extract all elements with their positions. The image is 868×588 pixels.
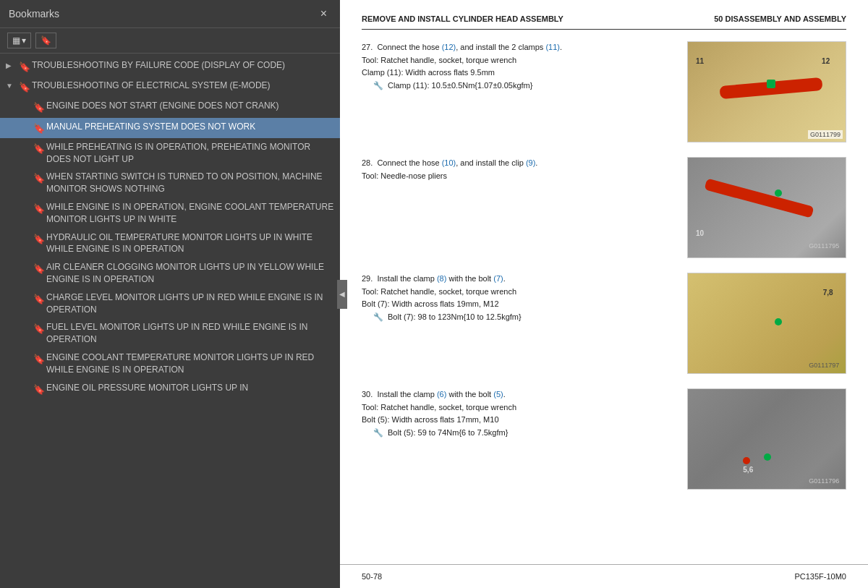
document-header-right: 50 DISASSEMBLY AND ASSEMBLY: [714, 14, 846, 23]
bookmark-item-troubleshooting-failure-code[interactable]: ▶ 🔖 TROUBLESHOOTING BY FAILURE CODE (DIS…: [0, 56, 340, 77]
torque-icon-2: 🔧: [373, 311, 383, 324]
doc-step-27-image: 11 12 G0111799: [687, 41, 846, 142]
step-27-line4: 🔧 Clamp (11): 10.5±0.5Nm{1.07±0.05kgfm}: [373, 80, 676, 93]
bookmark-label: ENGINE OIL PRESSURE MONITOR LIGHTS UP IN: [46, 382, 334, 394]
step-29-diagram: 7,8 G0111797: [688, 273, 846, 373]
grid-icon: ▦: [12, 35, 20, 46]
doc-step-28: 28. Connect the hose (10), and install t…: [362, 157, 846, 258]
panel-collapse-handle[interactable]: ◀: [337, 280, 347, 309]
page-number: 50-78: [362, 572, 382, 581]
bookmark-item-hydraulic-oil-temp[interactable]: 🔖 HYDRAULIC OIL TEMPERATURE MONITOR LIGH…: [0, 229, 340, 259]
bookmark-icon: 🔖: [33, 142, 43, 155]
step-28-line1: 28. Connect the hose (10), and install t…: [362, 157, 676, 170]
document-code: PC135F-10M0: [794, 572, 846, 581]
document-footer: 50-78 PC135F-10M0: [340, 564, 868, 588]
doc-step-30-text: 30. Install the clamp (6) with the bolt …: [362, 388, 676, 439]
doc-step-28-image: G0111795 10: [687, 157, 846, 258]
bookmark-label: MANUAL PREHEATING SYSTEM DOES NOT WORK: [46, 121, 334, 133]
bookmarks-header: Bookmarks ×: [0, 0, 340, 28]
expand-right-icon: ▶: [6, 61, 16, 71]
doc-step-29: 29. Install the clamp (8) with the bolt …: [362, 273, 846, 374]
bookmark-item-starting-switch[interactable]: 🔖 WHEN STARTING SWITCH IS TURNED TO ON P…: [0, 168, 340, 198]
bookmark-label: CHARGE LEVEL MONITOR LIGHTS UP IN RED WH…: [46, 291, 334, 316]
bookmark-label: TROUBLESHOOTING BY FAILURE CODE (DISPLAY…: [32, 59, 334, 72]
view-options-button[interactable]: ▦ ▾: [7, 33, 31, 48]
bookmark-icon: 🔖: [19, 61, 29, 74]
doc-step-27: 27. Connect the hose (12), and install t…: [362, 41, 846, 142]
doc-step-29-text: 29. Install the clamp (8) with the bolt …: [362, 273, 676, 323]
step-28-diagram: G0111795 10: [688, 158, 846, 257]
bookmark-add-icon: 🔖: [41, 35, 51, 46]
document-header-left: REMOVE AND INSTALL CYLINDER HEAD ASSEMBL…: [362, 14, 563, 23]
expand-down-icon: ▼: [6, 81, 16, 91]
step-27-line2: Tool: Ratchet handle, socket, torque wre…: [362, 54, 676, 67]
step-28-line2: Tool: Needle-nose pliers: [362, 170, 676, 183]
bookmark-item-air-cleaner[interactable]: 🔖 AIR CLEANER CLOGGING MONITOR LIGHTS UP…: [0, 258, 340, 289]
bookmark-label: HYDRAULIC OIL TEMPERATURE MONITOR LIGHTS…: [46, 231, 334, 256]
step-30-diagram: 5,6 G0111796: [688, 389, 846, 489]
bookmark-label: WHEN STARTING SWITCH IS TURNED TO ON POS…: [46, 171, 334, 195]
bookmark-label: AIR CLEANER CLOGGING MONITOR LIGHTS UP I…: [46, 261, 334, 286]
bookmarks-list-wrapper: ▶ 🔖 TROUBLESHOOTING BY FAILURE CODE (DIS…: [0, 54, 340, 588]
bookmark-label: FUEL LEVEL MONITOR LIGHTS UP IN RED WHIL…: [46, 321, 334, 346]
step-29-line2: Tool: Ratchet handle, socket, torque wre…: [362, 286, 676, 299]
bookmark-item-fuel-level-red[interactable]: 🔖 FUEL LEVEL MONITOR LIGHTS UP IN RED WH…: [0, 318, 340, 349]
bookmarks-toolbar: ▦ ▾ 🔖: [0, 28, 340, 54]
bookmark-item-coolant-temp-white[interactable]: 🔖 WHILE ENGINE IS IN OPERATION, ENGINE C…: [0, 198, 340, 229]
bookmark-label: ENGINE DOES NOT START (ENGINE DOES NOT C…: [46, 100, 334, 112]
bookmark-icon: 🔖: [19, 81, 29, 94]
bookmark-icon: 🔖: [33, 122, 43, 135]
step-29-line1: 29. Install the clamp (8) with the bolt …: [362, 273, 676, 286]
bookmark-item-manual-preheating[interactable]: 🔖 MANUAL PREHEATING SYSTEM DOES NOT WORK: [0, 118, 340, 138]
doc-step-27-text: 27. Connect the hose (12), and install t…: [362, 41, 676, 92]
bookmark-label: TROUBLESHOOTING OF ELECTRICAL SYSTEM (E-…: [32, 80, 334, 92]
chevron-left-icon: ◀: [339, 290, 345, 298]
bookmark-label: WHILE PREHEATING IS IN OPERATION, PREHEA…: [46, 141, 334, 166]
bookmarks-title: Bookmarks: [9, 8, 59, 20]
bookmark-icon: 🔖: [33, 293, 43, 306]
step-29-line3: Bolt (7): Width across flats 19mm, M12: [362, 298, 676, 311]
step-30-line3: Bolt (5): Width across flats 17mm, M10: [362, 414, 676, 427]
torque-icon: 🔧: [373, 80, 383, 93]
bookmark-item-preheating-monitor[interactable]: 🔖 WHILE PREHEATING IS IN OPERATION, PREH…: [0, 138, 340, 169]
bookmark-icon: 🔖: [33, 203, 43, 216]
step-29-line4: 🔧 Bolt (7): 98 to 123Nm{10 to 12.5kgfm}: [373, 311, 676, 324]
bookmark-icon: 🔖: [33, 172, 43, 185]
bookmark-item-engine-oil-pressure[interactable]: 🔖 ENGINE OIL PRESSURE MONITOR LIGHTS UP …: [0, 379, 340, 399]
new-bookmark-button[interactable]: 🔖: [35, 33, 56, 48]
doc-step-30: 30. Install the clamp (6) with the bolt …: [362, 388, 846, 490]
bookmark-item-coolant-temp-red[interactable]: 🔖 ENGINE COOLANT TEMPERATURE MONITOR LIG…: [0, 349, 340, 379]
image-label-1: G0111799: [808, 130, 843, 139]
step-30-line2: Tool: Ratchet handle, socket, torque wre…: [362, 401, 676, 414]
document-content: REMOVE AND INSTALL CYLINDER HEAD ASSEMBL…: [340, 0, 868, 564]
chevron-down-icon: ▾: [22, 35, 26, 46]
bookmark-icon: 🔖: [33, 263, 43, 276]
bookmark-item-engine-does-not-start[interactable]: 🔖 ENGINE DOES NOT START (ENGINE DOES NOT…: [0, 97, 340, 117]
bookmark-item-charge-level-red[interactable]: 🔖 CHARGE LEVEL MONITOR LIGHTS UP IN RED …: [0, 289, 340, 319]
bookmark-item-troubleshooting-electrical[interactable]: ▼ 🔖 TROUBLESHOOTING OF ELECTRICAL SYSTEM…: [0, 77, 340, 97]
step-27-line1: 27. Connect the hose (12), and install t…: [362, 41, 676, 54]
step-27-line3: Clamp (11): Width across flats 9.5mm: [362, 67, 676, 80]
doc-step-28-text: 28. Connect the hose (10), and install t…: [362, 157, 676, 182]
close-button[interactable]: ×: [316, 6, 331, 22]
bookmarks-list: ▶ 🔖 TROUBLESHOOTING BY FAILURE CODE (DIS…: [0, 54, 340, 402]
bookmark-icon: 🔖: [33, 233, 43, 246]
bookmark-icon: 🔖: [33, 323, 43, 336]
bookmark-icon: 🔖: [33, 383, 43, 396]
document-panel: REMOVE AND INSTALL CYLINDER HEAD ASSEMBL…: [340, 0, 868, 588]
step-30-line4: 🔧 Bolt (5): 59 to 74Nm{6 to 7.5kgfm}: [373, 427, 676, 440]
step-27-diagram: 11 12 G0111799: [688, 42, 846, 142]
bookmarks-panel: Bookmarks × ▦ ▾ 🔖 ▶ 🔖 TROUBLESHOOTING BY…: [0, 0, 340, 588]
document-header: REMOVE AND INSTALL CYLINDER HEAD ASSEMBL…: [362, 14, 846, 30]
doc-step-30-image: 5,6 G0111796: [687, 388, 846, 490]
bookmark-icon: 🔖: [33, 101, 43, 114]
torque-icon-3: 🔧: [373, 427, 383, 440]
step-30-line1: 30. Install the clamp (6) with the bolt …: [362, 388, 676, 401]
doc-step-29-image: 7,8 G0111797: [687, 273, 846, 374]
bookmark-label: ENGINE COOLANT TEMPERATURE MONITOR LIGHT…: [46, 351, 334, 376]
bookmark-icon: 🔖: [33, 353, 43, 366]
bookmark-label: WHILE ENGINE IS IN OPERATION, ENGINE COO…: [46, 201, 334, 226]
